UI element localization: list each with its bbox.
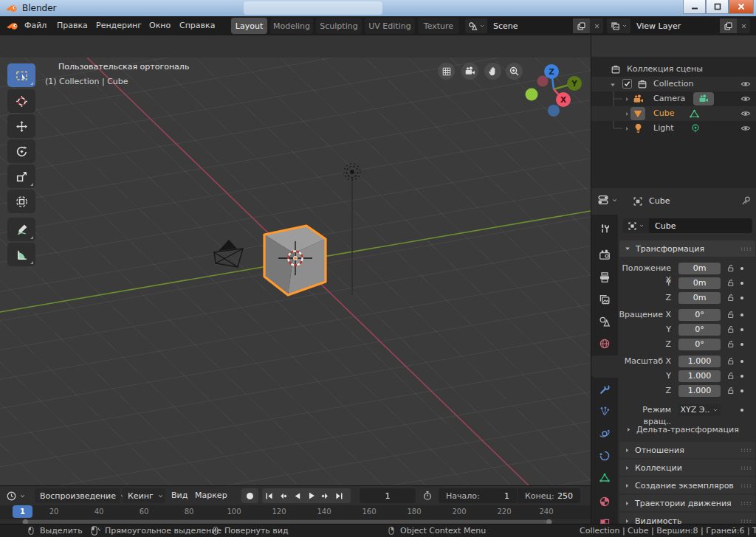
view-layer-remove-button[interactable] (737, 18, 750, 33)
scale-y-field[interactable]: 1.000 (678, 370, 721, 382)
light-object[interactable] (344, 164, 360, 295)
lock-icon[interactable] (726, 263, 735, 273)
animate-dot[interactable] (740, 389, 743, 392)
scene-icon[interactable] (465, 18, 487, 33)
properties-editor-type-button[interactable] (597, 194, 618, 206)
menu-window[interactable]: Окно (149, 16, 171, 35)
view-layer-icon[interactable] (607, 18, 630, 33)
expand-icon[interactable] (624, 125, 630, 132)
scale-x-field[interactable]: 1.000 (678, 356, 721, 367)
outliner-row-scene-collection[interactable]: Коллекция сцены (591, 62, 756, 77)
grip-icon[interactable] (740, 465, 751, 471)
hide-eye-icon[interactable] (740, 94, 751, 104)
transform-panel-header[interactable]: Трансформация (619, 240, 755, 257)
active-camera-badge[interactable] (693, 92, 714, 105)
timeline-ruler[interactable]: 20 40 60 80 100 120 140 160 180 200 220 … (0, 505, 591, 519)
outliner-row-light[interactable]: Light (591, 121, 756, 136)
section-relations[interactable]: Отношения (619, 442, 755, 458)
tab-tool[interactable] (591, 218, 618, 240)
frame-start-field[interactable]: Начало:1 (439, 488, 517, 503)
hide-eye-icon[interactable] (740, 123, 751, 134)
grip-icon[interactable] (740, 501, 751, 506)
workspace-tab-sculpting[interactable]: Sculpting (316, 18, 362, 34)
tab-physics[interactable] (591, 423, 618, 445)
view-layer-name-field[interactable]: View Layer (630, 18, 720, 33)
tab-scene[interactable] (591, 311, 618, 333)
location-x-field[interactable]: 0m (678, 263, 721, 274)
animate-dot[interactable] (740, 313, 743, 316)
rotation-z-field[interactable]: 0° (678, 339, 721, 350)
keying-menu[interactable]: Кеинг (123, 488, 165, 503)
object-id-dropdown[interactable] (622, 218, 649, 233)
close-button[interactable] (729, 0, 754, 14)
minimize-button[interactable] (683, 0, 706, 14)
tab-view-layer[interactable] (591, 288, 618, 311)
workspace-tab-modeling[interactable]: Modeling (270, 18, 313, 34)
gizmo-neg-x[interactable] (537, 76, 549, 87)
section-instancing[interactable]: Создание экземпляров (619, 477, 755, 493)
jump-to-start-button[interactable] (262, 488, 276, 503)
workspace-tab-layout[interactable]: Layout (231, 18, 267, 34)
delta-transform-header[interactable]: Дельта-трансформация (625, 425, 739, 434)
tool-rotate[interactable] (7, 139, 35, 163)
tab-object[interactable] (591, 356, 618, 378)
animate-dot[interactable] (740, 409, 743, 412)
collection-checkbox[interactable] (622, 79, 632, 89)
tab-constraints[interactable] (591, 445, 618, 467)
auto-keying-button[interactable] (241, 488, 258, 503)
grip-icon[interactable] (740, 519, 751, 524)
hide-eye-icon[interactable] (740, 79, 751, 89)
rotation-mode-dropdown[interactable]: XYZ Э.. (678, 404, 721, 416)
expand-icon[interactable] (609, 81, 616, 89)
playhead[interactable]: 1 (13, 505, 32, 518)
gizmo-neg-y[interactable] (526, 89, 538, 101)
tool-select-box[interactable] (7, 63, 35, 87)
next-keyframe-button[interactable] (318, 488, 332, 503)
tool-measure[interactable] (7, 243, 35, 266)
animate-dot[interactable] (740, 375, 743, 378)
grip-icon[interactable] (740, 246, 751, 252)
lock-icon[interactable] (726, 371, 735, 381)
lock-icon[interactable] (726, 278, 735, 288)
tab-particles[interactable] (591, 401, 618, 423)
animate-dot[interactable] (740, 328, 743, 331)
hide-eye-icon[interactable] (740, 108, 751, 119)
tool-scale[interactable] (7, 164, 35, 188)
playback-menu[interactable]: Воспроизведение (35, 488, 120, 503)
tool-transform[interactable] (7, 190, 35, 213)
scene-new-button[interactable] (573, 18, 590, 33)
section-motion-paths[interactable]: Траектории движения (619, 495, 755, 511)
lock-icon[interactable] (726, 310, 735, 319)
tool-annotate[interactable] (7, 218, 35, 241)
animate-dot[interactable] (740, 343, 743, 346)
play-button[interactable] (304, 488, 318, 503)
tab-output[interactable] (591, 266, 618, 288)
expand-icon[interactable] (624, 111, 630, 117)
toggle-grid-button[interactable] (438, 63, 455, 80)
timeline-editor-type-button[interactable] (6, 488, 26, 503)
outliner-row-camera[interactable]: Camera (591, 91, 756, 106)
frame-end-field[interactable]: Конец:250 (518, 488, 580, 503)
camera-view-button[interactable] (461, 63, 478, 80)
lock-icon[interactable] (726, 386, 735, 395)
section-collections[interactable]: Коллекции (619, 460, 755, 476)
animate-dot[interactable] (740, 267, 743, 270)
tab-object-data[interactable] (591, 467, 618, 489)
menu-file[interactable]: Файл (24, 16, 47, 35)
prev-keyframe-button[interactable] (276, 488, 290, 503)
grip-icon[interactable] (740, 448, 751, 453)
navigation-gizmo[interactable]: Z Y X (526, 64, 583, 117)
scene-name-field[interactable]: Scene (487, 18, 573, 33)
zoom-view-button[interactable] (506, 63, 523, 80)
timeline-marker-menu[interactable]: Маркер (195, 488, 227, 503)
timeline-view-menu[interactable]: Вид (171, 488, 188, 503)
current-frame-field[interactable]: 1 (360, 488, 416, 503)
tool-move[interactable] (7, 114, 35, 138)
expand-icon[interactable] (624, 96, 630, 103)
blender-menu-icon[interactable] (6, 21, 19, 31)
outliner-row-collection[interactable]: Collection (591, 77, 756, 91)
gizmo-neg-z[interactable] (548, 105, 560, 117)
use-preview-range-button[interactable] (419, 488, 436, 503)
location-y-field[interactable]: 0m (678, 277, 721, 289)
lock-icon[interactable] (726, 339, 735, 349)
